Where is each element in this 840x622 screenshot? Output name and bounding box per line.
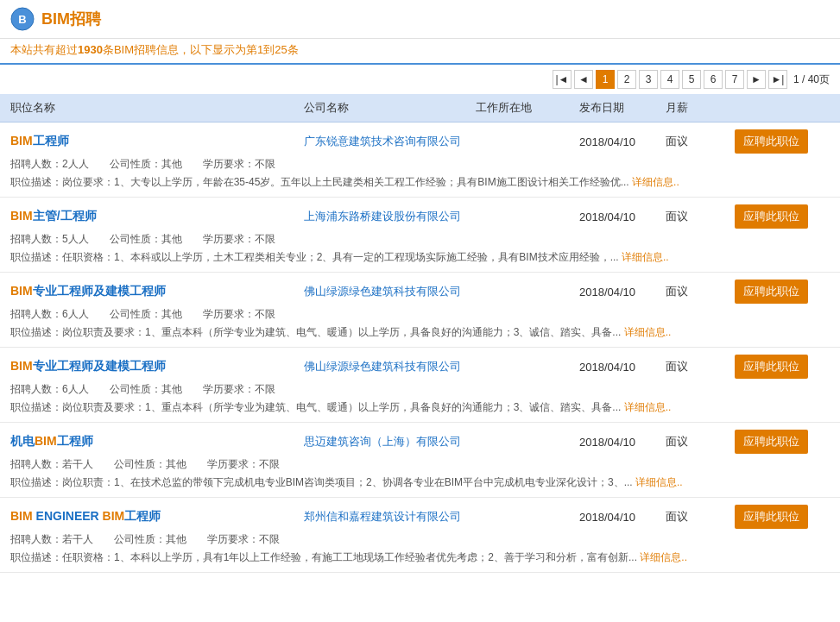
table-header: 职位名称 公司名称 工作所在地 发布日期 月薪 bbox=[0, 94, 840, 123]
th-company: 公司名称 bbox=[304, 100, 476, 116]
apply-button-1[interactable]: 应聘此职位 bbox=[735, 129, 808, 154]
job-title-link-3[interactable]: BIM专业工程师及建模工程师 bbox=[10, 284, 166, 298]
job-title-row-6: BIM ENGINEER BIM工程师郑州信和嘉程建筑设计有限公司2018/04… bbox=[10, 505, 830, 529]
detail-link-5[interactable]: 详细信息.. bbox=[635, 476, 683, 488]
job-block-6: BIM ENGINEER BIM工程师郑州信和嘉程建筑设计有限公司2018/04… bbox=[0, 498, 840, 573]
job-meta-3: 招聘人数：6人人公司性质：其他学历要求：不限 bbox=[10, 307, 830, 322]
job-salary-2: 面议 bbox=[666, 209, 735, 224]
recruit-count-1: 招聘人数：2人人 bbox=[10, 158, 89, 170]
job-list: BIM工程师广东锐意建筑技术咨询有限公司2018/04/10面议应聘此职位招聘人… bbox=[0, 123, 840, 573]
job-desc-1: 职位描述：岗位要求：1、大专以上学历，年龄在35-45岁。五年以上土民建类相关工… bbox=[10, 174, 830, 190]
summary-bar: 本站共有超过1930条BIM招聘信息，以下显示为第1到25条 bbox=[0, 39, 840, 65]
job-desc-5: 职位描述：岗位职责：1、在技术总监的带领下完成机电专业BIM咨询类项目；2、协调… bbox=[10, 474, 830, 490]
education-req-1: 学历要求：不限 bbox=[203, 158, 275, 170]
job-date-5: 2018/04/10 bbox=[579, 436, 666, 449]
summary-text-prefix: 本站共有超过 bbox=[10, 43, 78, 56]
logo-icon: B bbox=[10, 7, 35, 31]
apply-button-5[interactable]: 应聘此职位 bbox=[735, 430, 808, 454]
job-block-1: BIM工程师广东锐意建筑技术咨询有限公司2018/04/10面议应聘此职位招聘人… bbox=[0, 123, 840, 198]
job-desc-2: 职位描述：任职资格：1、本科或以上学历，土木工程类相关专业；2、具有一定的工程现… bbox=[10, 249, 830, 265]
job-title-link-4[interactable]: BIM专业工程师及建模工程师 bbox=[10, 359, 166, 373]
company-nature-4: 公司性质：其他 bbox=[110, 383, 182, 395]
education-req-3: 学历要求：不限 bbox=[203, 308, 275, 320]
detail-link-4[interactable]: 详细信息.. bbox=[624, 401, 672, 413]
job-date-1: 2018/04/10 bbox=[579, 135, 666, 148]
pagination-bar: |◄ ◄ 1 2 3 4 5 6 7 ► ►| 1 / 40页 bbox=[0, 65, 840, 94]
pagination-prev[interactable]: ◄ bbox=[574, 70, 593, 89]
job-title-row-5: 机电BIM工程师思迈建筑咨询（上海）有限公司2018/04/10面议应聘此职位 bbox=[10, 430, 830, 454]
job-salary-4: 面议 bbox=[666, 359, 735, 374]
pagination-page-5[interactable]: 5 bbox=[682, 70, 701, 89]
recruit-count-2: 招聘人数：5人人 bbox=[10, 233, 89, 245]
apply-button-6[interactable]: 应聘此职位 bbox=[735, 505, 808, 529]
pagination-page-4[interactable]: 4 bbox=[660, 70, 679, 89]
th-salary: 月薪 bbox=[666, 100, 735, 116]
company-nature-6: 公司性质：其他 bbox=[114, 533, 186, 545]
job-desc-6: 职位描述：任职资格：1、本科以上学历，具有1年以上工作经验，有施工工地现场工作经… bbox=[10, 550, 830, 565]
pagination-page-1[interactable]: 1 bbox=[596, 70, 615, 89]
apply-button-2[interactable]: 应聘此职位 bbox=[735, 204, 808, 229]
job-title-link-1[interactable]: BIM工程师 bbox=[10, 134, 69, 148]
apply-button-4[interactable]: 应聘此职位 bbox=[735, 355, 808, 379]
pagination-page-3[interactable]: 3 bbox=[639, 70, 658, 89]
job-salary-3: 面议 bbox=[666, 284, 735, 299]
detail-link-3[interactable]: 详细信息.. bbox=[624, 326, 672, 338]
job-block-3: BIM专业工程师及建模工程师佛山绿源绿色建筑科技有限公司2018/04/10面议… bbox=[0, 273, 840, 348]
job-title-row-1: BIM工程师广东锐意建筑技术咨询有限公司2018/04/10面议应聘此职位 bbox=[10, 129, 830, 154]
job-date-2: 2018/04/10 bbox=[579, 210, 666, 223]
recruit-count-3: 招聘人数：6人人 bbox=[10, 308, 89, 320]
job-title-link-6[interactable]: BIM ENGINEER BIM工程师 bbox=[10, 509, 161, 523]
company-link-5[interactable]: 思迈建筑咨询（上海）有限公司 bbox=[304, 435, 461, 448]
job-block-5: 机电BIM工程师思迈建筑咨询（上海）有限公司2018/04/10面议应聘此职位招… bbox=[0, 423, 840, 498]
job-desc-4: 职位描述：岗位职责及要求：1、重点本科（所学专业为建筑、电气、暖通）以上学历，具… bbox=[10, 399, 830, 415]
job-title-link-2[interactable]: BIM主管/工程师 bbox=[10, 209, 97, 223]
header: B BIM招聘 bbox=[0, 0, 840, 39]
job-meta-6: 招聘人数：若干人公司性质：其他学历要求：不限 bbox=[10, 532, 830, 547]
job-title-row-4: BIM专业工程师及建模工程师佛山绿源绿色建筑科技有限公司2018/04/10面议… bbox=[10, 355, 830, 379]
job-salary-1: 面议 bbox=[666, 134, 735, 149]
th-position: 职位名称 bbox=[10, 100, 304, 116]
job-meta-2: 招聘人数：5人人公司性质：其他学历要求：不限 bbox=[10, 232, 830, 247]
job-date-6: 2018/04/10 bbox=[579, 511, 666, 524]
job-meta-5: 招聘人数：若干人公司性质：其他学历要求：不限 bbox=[10, 457, 830, 472]
job-date-4: 2018/04/10 bbox=[579, 361, 666, 374]
pagination-first[interactable]: |◄ bbox=[553, 70, 572, 89]
job-salary-6: 面议 bbox=[666, 509, 735, 525]
pagination-page-2[interactable]: 2 bbox=[617, 70, 636, 89]
education-req-5: 学历要求：不限 bbox=[207, 458, 280, 470]
education-req-6: 学历要求：不限 bbox=[207, 533, 280, 545]
apply-button-3[interactable]: 应聘此职位 bbox=[735, 280, 808, 304]
summary-count: 1930 bbox=[78, 43, 103, 56]
pagination-page-7[interactable]: 7 bbox=[725, 70, 744, 89]
job-block-4: BIM专业工程师及建模工程师佛山绿源绿色建筑科技有限公司2018/04/10面议… bbox=[0, 348, 840, 423]
pagination-last[interactable]: ►| bbox=[768, 70, 787, 89]
site-title: BIM招聘 bbox=[41, 9, 101, 29]
job-desc-3: 职位描述：岗位职责及要求：1、重点本科（所学专业为建筑、电气、暖通）以上学历，具… bbox=[10, 324, 830, 340]
th-date: 发布日期 bbox=[579, 100, 666, 116]
job-title-link-5[interactable]: 机电BIM工程师 bbox=[10, 434, 93, 448]
summary-text-suffix: 条BIM招聘信息，以下显示为第1到25条 bbox=[103, 43, 299, 56]
recruit-count-6: 招聘人数：若干人 bbox=[10, 533, 93, 545]
detail-link-2[interactable]: 详细信息.. bbox=[622, 251, 669, 263]
recruit-count-4: 招聘人数：6人人 bbox=[10, 383, 89, 395]
svg-text:B: B bbox=[18, 13, 26, 26]
th-location: 工作所在地 bbox=[476, 100, 579, 116]
pagination-page-6[interactable]: 6 bbox=[704, 70, 723, 89]
job-title-row-3: BIM专业工程师及建模工程师佛山绿源绿色建筑科技有限公司2018/04/10面议… bbox=[10, 280, 830, 304]
company-nature-1: 公司性质：其他 bbox=[110, 158, 182, 170]
company-link-6[interactable]: 郑州信和嘉程建筑设计有限公司 bbox=[304, 510, 461, 523]
th-action bbox=[735, 100, 830, 116]
pagination-next[interactable]: ► bbox=[747, 70, 766, 89]
job-meta-1: 招聘人数：2人人公司性质：其他学历要求：不限 bbox=[10, 157, 830, 172]
company-link-2[interactable]: 上海浦东路桥建设股份有限公司 bbox=[304, 210, 461, 223]
detail-link-6[interactable]: 详细信息.. bbox=[640, 551, 687, 563]
company-link-4[interactable]: 佛山绿源绿色建筑科技有限公司 bbox=[304, 360, 461, 373]
job-salary-5: 面议 bbox=[666, 434, 735, 449]
recruit-count-5: 招聘人数：若干人 bbox=[10, 458, 93, 470]
company-link-3[interactable]: 佛山绿源绿色建筑科技有限公司 bbox=[304, 285, 461, 298]
education-req-4: 学历要求：不限 bbox=[203, 383, 275, 395]
job-title-row-2: BIM主管/工程师上海浦东路桥建设股份有限公司2018/04/10面议应聘此职位 bbox=[10, 204, 830, 229]
detail-link-1[interactable]: 详细信息.. bbox=[632, 176, 679, 188]
job-block-2: BIM主管/工程师上海浦东路桥建设股份有限公司2018/04/10面议应聘此职位… bbox=[0, 198, 840, 273]
company-link-1[interactable]: 广东锐意建筑技术咨询有限公司 bbox=[304, 135, 461, 148]
